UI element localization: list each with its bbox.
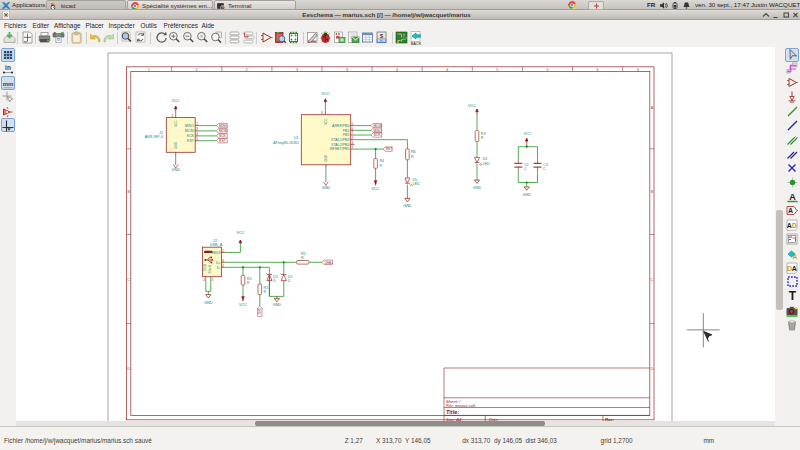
- svg-text:RST: RST: [219, 139, 226, 143]
- svg-text:GND: GND: [174, 141, 178, 149]
- svg-text:R1: R1: [264, 286, 269, 290]
- svg-text:R: R: [481, 136, 484, 140]
- svg-text:R: R: [264, 290, 267, 294]
- svg-text:mm: mm: [3, 81, 14, 87]
- svg-text:A: A: [789, 191, 796, 201]
- svg-text:MOSI: MOSI: [185, 129, 194, 133]
- svg-text:VCC: VCC: [239, 303, 247, 307]
- svg-text:GND: GND: [403, 204, 412, 208]
- svg-text:3V6: 3V6: [257, 308, 261, 314]
- svg-text:VCC: VCC: [468, 104, 476, 108]
- svg-text:R4: R4: [379, 159, 384, 163]
- svg-text:R3: R3: [481, 132, 486, 136]
- svg-text:VCC: VCC: [236, 231, 244, 235]
- svg-text:D: D: [651, 367, 654, 371]
- svg-text:R: R: [379, 164, 382, 168]
- svg-text:Title:: Title:: [446, 409, 459, 415]
- svg-text:$: $: [380, 33, 383, 39]
- svg-text:4: 4: [446, 68, 448, 72]
- svg-text:R5: R5: [247, 277, 252, 281]
- svg-text:R: R: [247, 281, 250, 285]
- svg-text:SCK: SCK: [374, 133, 382, 137]
- svg-text:AREF/PB0: AREF/PB0: [332, 124, 349, 128]
- svg-text:GND: GND: [473, 186, 482, 190]
- svg-text:U1: U1: [294, 136, 299, 140]
- svg-text:LED: LED: [483, 162, 490, 166]
- svg-text:R: R: [301, 256, 304, 260]
- svg-text:VCC: VCC: [372, 187, 380, 191]
- svg-text:1: 1: [148, 68, 150, 72]
- svg-text:GND: GND: [322, 186, 331, 190]
- svg-text:RESET/PB5: RESET/PB5: [330, 147, 350, 151]
- svg-text:GND: GND: [203, 263, 207, 271]
- svg-text:ATtiny85-20SU: ATtiny85-20SU: [273, 141, 299, 145]
- svg-text:R: R: [411, 155, 414, 159]
- svg-text:D-: D-: [217, 266, 221, 270]
- svg-text:SCK: SCK: [187, 134, 195, 138]
- svg-text:D: D: [792, 222, 797, 229]
- svg-text:RST: RST: [386, 147, 393, 151]
- svg-text:USB+: USB+: [324, 261, 333, 265]
- svg-text:XTAL1/PB3: XTAL1/PB3: [331, 138, 350, 142]
- svg-text:BACK: BACK: [410, 41, 421, 46]
- svg-text:5: 5: [496, 68, 498, 72]
- svg-text:C3: C3: [543, 163, 548, 167]
- svg-text:VCC: VCC: [321, 92, 329, 96]
- svg-text:D1: D1: [273, 275, 278, 279]
- svg-text:A: A: [792, 264, 797, 271]
- svg-text:VBUS: VBUS: [211, 251, 221, 255]
- svg-text:GND: GND: [171, 168, 180, 172]
- svg-text:GND: GND: [324, 154, 328, 162]
- svg-text:D4: D4: [483, 157, 488, 161]
- svg-text:MISO: MISO: [374, 129, 383, 133]
- svg-text:C2: C2: [524, 163, 529, 167]
- svg-text:C: C: [543, 167, 546, 171]
- svg-text:6: 6: [637, 68, 639, 72]
- svg-text:SCK: SCK: [219, 134, 227, 138]
- svg-text:J2: J2: [213, 239, 217, 243]
- svg-text:VCC: VCC: [174, 120, 178, 127]
- svg-text:MOSI: MOSI: [219, 129, 228, 133]
- svg-text:D2: D2: [288, 275, 293, 279]
- svg-text:Shield: Shield: [208, 264, 212, 273]
- svg-text:D: D: [288, 279, 291, 283]
- svg-text:T: T: [788, 289, 796, 302]
- svg-text:in: in: [5, 64, 11, 71]
- svg-text:RST: RST: [187, 139, 195, 143]
- svg-text:2: 2: [196, 68, 198, 72]
- svg-text:C: C: [651, 278, 654, 282]
- svg-text:VCC: VCC: [172, 99, 180, 103]
- svg-text:LED: LED: [413, 182, 420, 186]
- svg-text:3: 3: [346, 68, 348, 72]
- svg-text:MISO: MISO: [219, 124, 228, 128]
- svg-text:PB2: PB2: [343, 133, 350, 137]
- svg-text:D: D: [273, 279, 276, 283]
- svg-text:3: 3: [296, 68, 298, 72]
- svg-text:AVR-ISP-6: AVR-ISP-6: [145, 135, 163, 139]
- svg-text:J1: J1: [159, 131, 163, 135]
- svg-text:GND: GND: [204, 301, 213, 305]
- svg-text:VCC: VCC: [324, 118, 328, 125]
- svg-text:5: 5: [546, 68, 548, 72]
- svg-text:BOM: BOM: [378, 39, 386, 43]
- svg-text:PB1: PB1: [343, 129, 350, 133]
- svg-text:6: 6: [597, 68, 599, 72]
- svg-text:C: C: [127, 278, 130, 282]
- svg-text:D: D: [127, 367, 130, 371]
- svg-text:GND: GND: [522, 193, 531, 197]
- svg-text:C: C: [524, 167, 527, 171]
- svg-text:XTAL2/PB4: XTAL2/PB4: [331, 143, 350, 147]
- svg-text:A: A: [788, 207, 793, 214]
- svg-text:4: 4: [396, 68, 398, 72]
- svg-text:2: 2: [246, 68, 248, 72]
- svg-text:R6: R6: [411, 150, 416, 154]
- svg-text:D+: D+: [216, 261, 220, 265]
- svg-text:File: marius.sch: File: marius.sch: [446, 403, 476, 408]
- svg-text:A: A: [792, 252, 797, 259]
- svg-text:MOSI: MOSI: [374, 124, 383, 128]
- svg-text:D5: D5: [413, 178, 418, 182]
- svg-text:USB_A: USB_A: [210, 243, 223, 247]
- svg-text:GND: GND: [273, 303, 282, 307]
- svg-text:VCC: VCC: [524, 132, 532, 136]
- svg-text:MISO: MISO: [185, 124, 194, 128]
